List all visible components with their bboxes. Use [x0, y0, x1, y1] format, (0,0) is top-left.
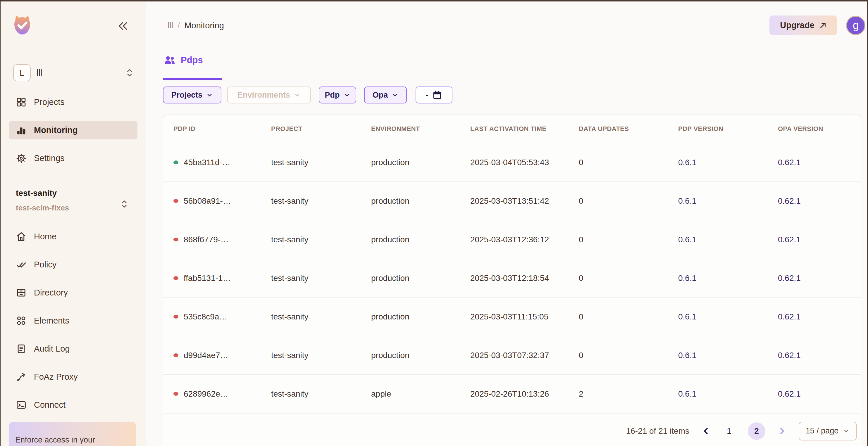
chevron-down-icon	[843, 427, 849, 434]
pdp-version-cell: 0.6.1	[678, 274, 778, 283]
filter-environments: Environments	[227, 87, 311, 103]
column-header-pdp-version: PDP VERSION	[678, 125, 778, 133]
calendar-icon	[432, 90, 442, 100]
table-row[interactable]: d99d4ae7… test-sanity production 2025-03…	[163, 336, 861, 374]
sidebar-item-monitoring[interactable]: Monitoring	[9, 121, 137, 139]
promo-banner[interactable]: Enforce access in your	[9, 422, 136, 446]
chevron-down-icon	[344, 92, 350, 98]
user-avatar[interactable]: g	[846, 16, 865, 35]
pagination-next-icon[interactable]	[778, 427, 786, 436]
permit-fox-logo-icon[interactable]	[11, 14, 33, 37]
status-dot	[174, 392, 178, 396]
last-activation-time-cell: 2025-03-03T12:18:54	[470, 274, 579, 283]
project-environment: test-scim-fixes	[16, 203, 134, 213]
column-header-data-updates: DATA UPDATES	[579, 125, 678, 133]
last-activation-time-cell: 2025-02-26T10:13:26	[470, 389, 579, 399]
last-activation-time-cell: 2025-03-03T12:36:12	[470, 235, 579, 244]
sidebar-item-projects[interactable]: Projects	[9, 93, 137, 112]
data-updates-cell: 0	[579, 274, 678, 283]
filter-label: Projects	[172, 91, 203, 100]
table-row[interactable]: 6289962e… test-sanity apple 2025-02-26T1…	[163, 374, 861, 413]
chevron-up-down-icon	[125, 68, 134, 78]
sidebar-collapse-icon[interactable]	[117, 20, 129, 32]
status-dot	[174, 353, 178, 357]
pagination-page-2[interactable]: 2	[748, 422, 765, 440]
column-header-environment: ENVIRONMENT	[371, 125, 470, 133]
opa-version-cell: 0.62.1	[778, 196, 861, 206]
page-size-select[interactable]: 15 / page	[799, 422, 857, 441]
pdp-id-cell: 56b08a91-…	[163, 196, 271, 206]
environment-cell: production	[371, 312, 470, 321]
workspace-switcher[interactable]: L lll	[13, 64, 134, 82]
sidebar-item-foaz-proxy[interactable]: FoAz Proxy	[9, 368, 137, 386]
project-cell: test-sanity	[271, 351, 371, 360]
filter-pdp[interactable]: Pdp	[319, 87, 356, 103]
header-actions: Upgrade g	[770, 15, 865, 35]
sidebar-item-label: Elements	[34, 316, 69, 326]
opa-version-cell: 0.62.1	[778, 158, 861, 167]
table-row[interactable]: 56b08a91-… test-sanity production 2025-0…	[163, 182, 861, 220]
window-top-edge	[0, 0, 868, 1]
column-header-pdp-id: PDP ID	[163, 125, 271, 133]
breadcrumb-current[interactable]: Monitoring	[184, 21, 224, 30]
sidebar-item-directory[interactable]: Directory	[9, 283, 137, 302]
active-tab-underline	[163, 78, 222, 80]
data-updates-cell: 0	[579, 158, 678, 167]
sidebar-item-label: Projects	[34, 97, 65, 107]
environment-cell: production	[371, 158, 470, 167]
last-activation-time-cell: 2025-03-03T07:32:37	[470, 351, 579, 360]
project-cell: test-sanity	[271, 235, 371, 244]
project-name: test-sanity	[16, 189, 134, 198]
table-row[interactable]: 535c8c9a… test-sanity production 2025-03…	[163, 297, 861, 336]
filter-projects[interactable]: Projects	[163, 87, 221, 103]
chevron-down-icon	[294, 92, 301, 98]
pdp-version-cell: 0.6.1	[678, 196, 778, 206]
tab-label: Pdps	[181, 55, 203, 65]
pagination-page-1[interactable]: 1	[723, 422, 736, 440]
sidebar-item-policy[interactable]: Policy	[9, 255, 137, 274]
project-cell: test-sanity	[271, 158, 371, 167]
table-row[interactable]: 868f6779-… test-sanity production 2025-0…	[163, 220, 861, 259]
pdp-version-cell: 0.6.1	[678, 389, 778, 399]
sidebar-item-home[interactable]: Home	[9, 227, 137, 246]
column-header-last-activation-time: LAST ACTIVATION TIME	[470, 125, 579, 133]
sidebar-org-nav: Projects Monitoring Settings	[1, 93, 146, 177]
filter-date-range[interactable]: -	[415, 87, 453, 103]
data-updates-cell: 0	[579, 235, 678, 244]
sidebar-item-connect[interactable]: Connect	[9, 395, 137, 414]
project-cell: test-sanity	[271, 389, 371, 399]
sidebar-item-elements[interactable]: Elements	[9, 311, 137, 330]
sidebar-item-label: FoAz Proxy	[34, 372, 78, 382]
sidebar-item-settings[interactable]: Settings	[9, 149, 137, 167]
workspace-initial-badge: L	[13, 64, 31, 81]
opa-version-cell: 0.62.1	[778, 235, 861, 244]
sidebar-item-label: Home	[34, 232, 57, 242]
sidebar-item-label: Monitoring	[34, 125, 78, 135]
route-arrow-icon	[16, 372, 27, 382]
table-row[interactable]: 45ba311d-… test-sanity production 2025-0…	[163, 143, 861, 182]
filter-opa[interactable]: Opa	[364, 87, 407, 103]
project-switcher[interactable]: test-sanity test-scim-fixes	[16, 189, 134, 213]
table-row[interactable]: ffab5131-1… test-sanity production 2025-…	[163, 259, 861, 297]
pagination-prev-icon[interactable]	[702, 427, 710, 436]
data-updates-cell: 0	[579, 312, 678, 321]
page-size-label: 15 / page	[806, 426, 839, 436]
status-dot	[174, 315, 178, 319]
last-activation-time-cell: 2025-03-03T13:51:42	[470, 196, 579, 206]
tab-pdps[interactable]: Pdps	[163, 54, 203, 66]
pdp-id: 56b08a91-…	[184, 196, 231, 206]
pdp-id: 45ba311d-…	[184, 158, 230, 167]
bar-chart-icon	[16, 125, 27, 136]
environment-cell: apple	[371, 389, 470, 399]
sidebar-item-label: Directory	[34, 288, 68, 297]
pdp-version-cell: 0.6.1	[678, 158, 778, 167]
environment-cell: production	[371, 235, 470, 244]
status-dot	[174, 199, 178, 203]
pdp-version-cell: 0.6.1	[678, 235, 778, 244]
pdp-id-cell: ffab5131-1…	[163, 274, 271, 283]
sidebar-item-audit-log[interactable]: Audit Log	[9, 339, 137, 358]
upgrade-button[interactable]: Upgrade	[770, 15, 837, 35]
breadcrumb-workspace[interactable]: lll	[167, 21, 173, 30]
opa-version-cell: 0.62.1	[778, 312, 861, 321]
data-updates-cell: 2	[579, 389, 678, 399]
